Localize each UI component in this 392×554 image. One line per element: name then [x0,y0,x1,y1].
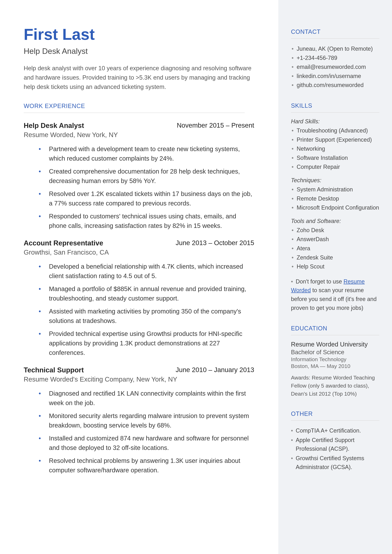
contact-item: github.com/resumeworded [291,81,379,90]
other-item: CompTIA A+ Certification. [291,426,379,435]
skill-item: Zoho Desk [291,226,379,235]
job-bullets: Diagnosed and rectified 1K LAN connectiv… [24,389,254,475]
job-location: Resume Worded, New York, NY [24,131,264,139]
other-list: CompTIA A+ Certification.Apple Certified… [291,426,379,471]
skill-group-label: Tools and Software: [291,218,379,224]
other-heading: OTHER [291,410,379,417]
contact-section: CONTACT Juneau, AK (Open to Remote)+1-23… [291,28,379,90]
education-school: Resume Worded University [291,341,379,348]
other-section: OTHER CompTIA A+ Certification.Apple Cer… [291,410,379,471]
skill-item: Computer Repair [291,162,379,171]
skills-container: Hard Skills:Troubleshooting (Advanced)Pr… [291,118,379,271]
job-dates: June 2013 – October 2015 [176,239,254,247]
section-rule [291,38,379,39]
skills-note: •Don't forget to use Resume Worded to sc… [291,277,379,312]
job-dates: November 2015 – Present [177,122,254,129]
sidebar-column: CONTACT Juneau, AK (Open to Remote)+1-23… [278,0,392,554]
job-bullet: Managed a portfolio of $885K in annual r… [43,284,254,303]
jobs-container: Help Desk AnalystNovember 2015 – Present… [24,122,264,475]
work-experience-heading: WORK EXPERIENCE [24,103,264,109]
other-item: Apple Certified Support Professional (AC… [291,436,379,453]
section-rule [24,112,245,113]
skills-heading: SKILLS [291,102,379,109]
job-bullet: Monitored security alerts regarding malw… [43,411,254,430]
contact-list: Juneau, AK (Open to Remote)+1-234-456-78… [291,44,379,90]
candidate-title: Help Desk Analyst [24,47,264,56]
skill-item: Microsoft Endpoint Configuration [291,203,379,212]
skill-group-label: Techniques: [291,177,379,184]
skill-list: System AdministrationRemote DesktopMicro… [291,185,379,212]
contact-item: email@resumeworded.com [291,62,379,71]
job-title: Account Representative [24,239,103,247]
job-bullet: Responded to customers' technical issues… [43,211,254,231]
education-heading: EDUCATION [291,325,379,332]
other-item: Growthsi Certified Systems Administrator… [291,454,379,471]
candidate-name: First Last [24,25,264,43]
candidate-summary: Help desk analyst with over 10 years of … [24,64,254,91]
skill-item: Atera [291,244,379,253]
education-location: Boston, MA — May 2010 [291,363,379,369]
job-location: Growthsi, San Francisco, CA [24,249,264,256]
section-rule [291,335,379,335]
skill-item: System Administration [291,185,379,194]
education-field: Information Technology [291,356,379,362]
job-bullet: Provided technical expertise using Growt… [43,329,254,357]
skill-item: Help Scout [291,262,379,271]
skill-item: Remote Desktop [291,194,379,203]
job-bullet: Assisted with marketing activities by pr… [43,307,254,325]
education-degree: Bachelor of Science [291,349,379,356]
job-header: Help Desk AnalystNovember 2015 – Present [24,122,254,129]
contact-item: linkedin.com/in/username [291,71,379,81]
job-bullet: Resolved over 1.2K escalated tickets wit… [43,189,254,208]
section-rule [291,112,379,112]
job-bullet: Installed and customized 874 new hardwar… [43,434,254,452]
skill-group-label: Hard Skills: [291,118,379,125]
skill-list: Zoho DeskAnswerDashAteraZendesk SuiteHel… [291,226,379,271]
job-title: Technical Support [24,366,84,374]
skill-item: AnswerDash [291,235,379,244]
skills-note-pre: Don't forget to use [296,278,343,285]
skill-item: Networking [291,144,379,153]
job-bullet: Diagnosed and rectified 1K LAN connectiv… [43,389,254,408]
job-bullet: Created comprehensive documentation for … [43,167,254,186]
education-awards: Awards: Resume Worded Teaching Fellow (o… [291,374,379,398]
resume-page: First Last Help Desk Analyst Help desk a… [0,0,392,554]
job-entry: Account RepresentativeJune 2013 – Octobe… [24,239,264,357]
skill-item: Zendesk Suite [291,253,379,262]
job-header: Account RepresentativeJune 2013 – Octobe… [24,239,254,247]
job-location: Resume Worded's Exciting Company, New Yo… [24,376,264,383]
skill-list: Troubleshooting (Advanced)Printer Suppor… [291,126,379,171]
job-bullet: Partnered with a development team to cre… [43,144,254,163]
skills-section: SKILLS Hard Skills:Troubleshooting (Adva… [291,102,379,312]
job-bullets: Partnered with a development team to cre… [24,144,254,231]
job-bullet: Resolved technical problems by answering… [43,456,254,475]
job-header: Technical SupportJune 2010 – January 201… [24,366,254,374]
skill-item: Printer Support (Experienced) [291,135,379,144]
skill-item: Troubleshooting (Advanced) [291,126,379,135]
section-rule [291,421,379,421]
education-section: EDUCATION Resume Worded University Bache… [291,325,379,398]
contact-heading: CONTACT [291,28,379,35]
job-bullets: Developed a beneficial relationship with… [24,262,254,357]
job-entry: Technical SupportJune 2010 – January 201… [24,366,264,475]
job-bullet: Developed a beneficial relationship with… [43,262,254,281]
contact-item: Juneau, AK (Open to Remote) [291,44,379,53]
contact-item: +1-234-456-789 [291,53,379,63]
job-dates: June 2010 – January 2013 [176,366,254,374]
job-title: Help Desk Analyst [24,122,84,129]
main-column: First Last Help Desk Analyst Help desk a… [0,0,278,554]
skill-item: Software Installation [291,153,379,162]
job-entry: Help Desk AnalystNovember 2015 – Present… [24,122,264,231]
